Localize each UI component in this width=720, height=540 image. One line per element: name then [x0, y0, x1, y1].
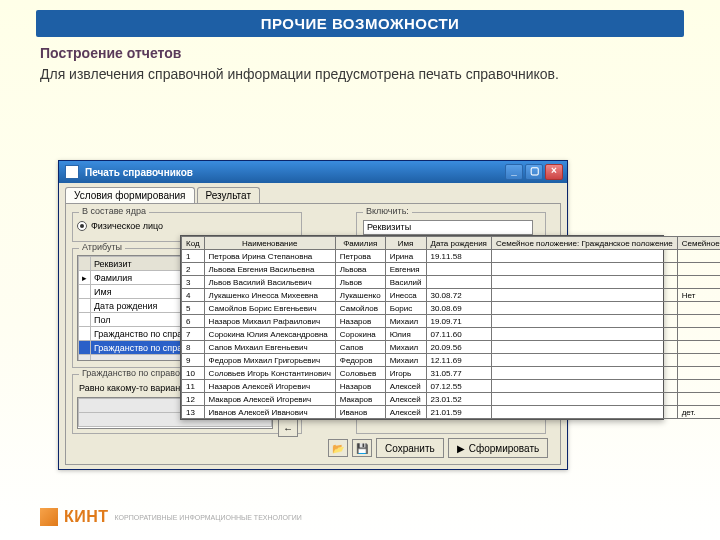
tab-conditions[interactable]: Условия формирования	[65, 187, 195, 203]
brand-logo: КИНТ КОРПОРАТИВНЫЕ ИНФОРМАЦИОННЫЕ ТЕХНОЛ…	[40, 508, 302, 526]
close-button[interactable]: ×	[545, 164, 563, 180]
play-icon: ▶	[457, 443, 465, 454]
col-header: Семейное положение: Гражданское положени…	[491, 237, 677, 250]
section-subtitle: Построение отчетов	[40, 45, 680, 61]
table-row: 12Макаров Алексей ИгоревичМакаровАлексей…	[182, 393, 721, 406]
table-row: 10Соловьев Игорь КонстантиновичСоловьевИ…	[182, 367, 721, 380]
logo-tagline: КОРПОРАТИВНЫЕ ИНФОРМАЦИОННЫЕ ТЕХНОЛОГИИ	[115, 514, 302, 521]
minimize-button[interactable]: _	[505, 164, 523, 180]
section-body: Для извлечения справочной информации пре…	[40, 65, 680, 84]
table-row: 1Петрова Ирина СтепановнаПетроваИрина19.…	[182, 250, 721, 263]
tab-result[interactable]: Результат	[197, 187, 260, 203]
logo-name: КИНТ	[64, 508, 109, 526]
table-row: 6Назаров Михаил РафаиловичНазаровМихаил1…	[182, 315, 721, 328]
table-row: 9Федоров Михаил ГригорьевичФедоровМихаил…	[182, 354, 721, 367]
page-header: ПРОЧИЕ ВОЗМОЖНОСТИ	[36, 10, 684, 37]
table-row: 13Иванов Алексей ИвановичИвановАлексей21…	[182, 406, 721, 419]
col-header: Фамилия	[335, 237, 385, 250]
col-header: Семейное положение: Дети	[677, 237, 720, 250]
window-title: Печать справочников	[85, 167, 193, 178]
data-overlay-table: КодНаименованиеФамилияИмяДата рожденияСе…	[180, 235, 664, 420]
col-header: Дата рождения	[426, 237, 491, 250]
col-header: Наименование	[204, 237, 335, 250]
table-row: 4Лукашенко Инесса МихеевнаЛукашенкоИнесс…	[182, 289, 721, 302]
table-row: 8Сапов Михаил ЕвгеньевичСаповМихаил20.09…	[182, 341, 721, 354]
tab-strip: Условия формирования Результат	[65, 187, 561, 203]
build-button[interactable]: ▶Сформировать	[448, 438, 549, 458]
col-header: Имя	[385, 237, 426, 250]
radio-fizlico[interactable]: Физическое лицо	[77, 221, 297, 231]
save-button[interactable]: Сохранить	[376, 438, 444, 458]
table-row: 3Львов Василий ВасильевичЛьвовВасилий	[182, 276, 721, 289]
include-select[interactable]: Реквизиты	[363, 220, 533, 235]
filter-remove-button[interactable]: ←	[278, 419, 298, 437]
col-header: Код	[182, 237, 205, 250]
window-icon	[65, 165, 79, 179]
logo-icon	[40, 508, 58, 526]
table-row: 7Сорокина Юлия АлександровнаСорокинаЮлия…	[182, 328, 721, 341]
table-row: 2Львова Евгения ВасильевнаЛьвоваЕвгения	[182, 263, 721, 276]
titlebar: Печать справочников _ ▢ ×	[59, 161, 567, 183]
maximize-button[interactable]: ▢	[525, 164, 543, 180]
table-row: 5Самойлов Борис ЕвгеньевичСамойловБорис3…	[182, 302, 721, 315]
table-row: 11Назаров Алексей ИгоревичНазаровАлексей…	[182, 380, 721, 393]
open-button[interactable]: 📂	[328, 439, 348, 457]
save-icon-button[interactable]: 💾	[352, 439, 372, 457]
